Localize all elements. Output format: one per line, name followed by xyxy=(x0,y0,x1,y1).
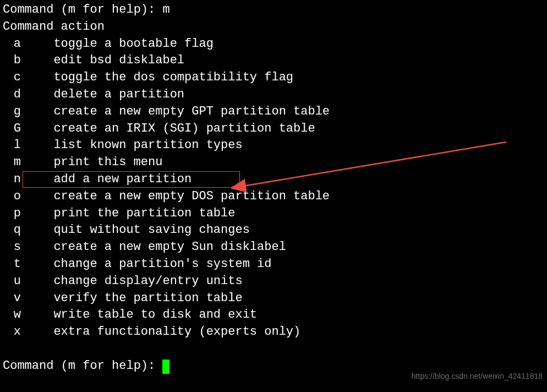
menu-gap xyxy=(32,52,54,69)
blank-line xyxy=(3,341,544,358)
menu-item-u: u change display/entry units xyxy=(3,273,544,290)
menu-gap xyxy=(32,273,54,290)
menu-gap xyxy=(32,188,54,205)
menu-key: p xyxy=(3,205,32,222)
menu-key: s xyxy=(3,239,32,256)
menu-description: extra functionality (experts only) xyxy=(53,324,300,341)
menu-key: v xyxy=(3,290,32,307)
menu-item-w: w write table to disk and exit xyxy=(3,307,544,324)
menu-description: write table to disk and exit xyxy=(53,307,257,324)
menu-gap xyxy=(32,222,54,239)
menu-gap xyxy=(32,307,54,324)
menu-item-n: n add a new partition xyxy=(3,171,544,188)
menu-item-m: m print this menu xyxy=(3,154,544,171)
command-action-header: Command action xyxy=(3,19,544,36)
watermark-url: https://blog.csdn.net/weixin_42411818 xyxy=(412,371,543,382)
menu-description: verify the partition table xyxy=(53,290,242,307)
menu-item-c: c toggle the dos compatibility flag xyxy=(3,69,544,86)
menu-description: change display/entry units xyxy=(53,273,242,290)
menu-key: q xyxy=(3,222,32,239)
menu-gap xyxy=(32,324,54,341)
menu-key: g xyxy=(3,104,32,121)
menu-item-a: a toggle a bootable flag xyxy=(3,36,544,53)
menu-item-x: x extra functionality (experts only) xyxy=(3,324,544,341)
prompt-text: Command (m for help): xyxy=(3,359,162,373)
menu-description: create an IRIX (SGI) partition table xyxy=(53,121,315,138)
menu-description: toggle the dos compatibility flag xyxy=(53,69,293,86)
menu-key: c xyxy=(3,69,32,86)
menu-gap xyxy=(32,69,54,86)
menu-description: delete a partition xyxy=(53,86,184,104)
menu-key: m xyxy=(3,154,32,171)
menu-key: x xyxy=(3,324,32,341)
menu-gap xyxy=(32,86,54,104)
menu-gap xyxy=(32,290,54,307)
menu-item-s: s create a new empty Sun disklabel xyxy=(3,239,544,256)
menu-gap xyxy=(32,171,54,188)
menu-item-l: l list known partition types xyxy=(3,137,544,154)
menu-description: list known partition types xyxy=(53,137,242,154)
menu-key: n xyxy=(3,171,32,188)
menu-gap xyxy=(32,256,54,273)
menu-description: quit without saving changes xyxy=(53,222,249,239)
menu-item-b: b edit bsd disklabel xyxy=(3,52,544,69)
menu-key: l xyxy=(3,137,32,154)
command-prompt-input: Command (m for help): m xyxy=(3,2,544,19)
fdisk-menu: a toggle a bootable flagb edit bsd diskl… xyxy=(3,36,544,341)
menu-key: d xyxy=(3,86,32,104)
menu-item-d: d delete a partition xyxy=(3,86,544,104)
menu-item-o: o create a new empty DOS partition table xyxy=(3,188,544,205)
menu-gap xyxy=(32,137,54,154)
menu-description: toggle a bootable flag xyxy=(53,36,213,53)
cursor xyxy=(162,360,169,374)
menu-item-g: g create a new empty GPT partition table xyxy=(3,104,544,121)
menu-description: create a new empty GPT partition table xyxy=(53,104,330,121)
menu-description: print the partition table xyxy=(53,205,235,222)
menu-gap xyxy=(32,239,54,256)
menu-gap xyxy=(32,205,54,222)
menu-key: w xyxy=(3,307,32,324)
menu-description: print this menu xyxy=(53,154,162,171)
menu-gap xyxy=(32,121,54,138)
menu-gap xyxy=(32,104,54,121)
menu-gap xyxy=(32,36,54,53)
menu-key: b xyxy=(3,52,32,69)
menu-item-v: v verify the partition table xyxy=(3,290,544,307)
menu-key: t xyxy=(3,256,32,273)
menu-gap xyxy=(32,154,54,171)
menu-item-q: q quit without saving changes xyxy=(3,222,544,239)
menu-description: add a new partition xyxy=(53,171,192,188)
menu-key: u xyxy=(3,273,32,290)
menu-item-t: t change a partition's system id xyxy=(3,256,544,273)
menu-description: create a new empty Sun disklabel xyxy=(53,239,286,256)
menu-description: create a new empty DOS partition table xyxy=(53,188,330,205)
menu-key: a xyxy=(3,36,32,53)
menu-item-p: p print the partition table xyxy=(3,205,544,222)
menu-key: o xyxy=(3,188,32,205)
menu-description: change a partition's system id xyxy=(53,256,271,273)
menu-description: edit bsd disklabel xyxy=(53,52,184,69)
menu-key: G xyxy=(3,121,32,138)
menu-item-G: G create an IRIX (SGI) partition table xyxy=(3,121,544,138)
